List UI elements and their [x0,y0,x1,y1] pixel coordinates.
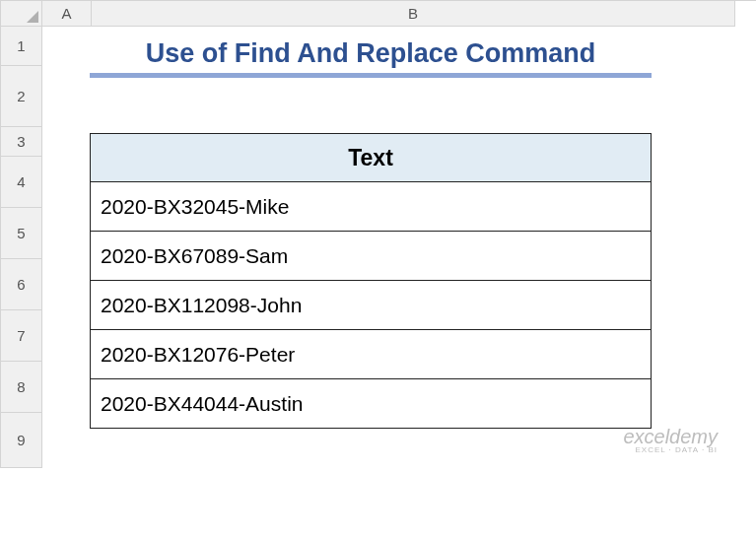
title-cell[interactable]: Use of Find And Replace Command [90,34,652,78]
row-header-4[interactable]: 4 [1,157,42,208]
page-title: Use of Find And Replace Command [146,38,596,69]
column-header-A[interactable]: A [42,1,92,27]
row-header-3[interactable]: 3 [1,127,42,157]
watermark-main: exceldemy [623,427,718,446]
table-row[interactable]: 2020-BX67089-Sam [90,232,652,281]
table-row[interactable]: 2020-BX112098-John [90,281,652,330]
row-header-5[interactable]: 5 [1,208,42,259]
table-row[interactable]: 2020-BX44044-Austin [90,379,652,429]
row-header-6[interactable]: 6 [1,259,42,310]
column-header-B[interactable]: B [92,1,735,27]
row-header-7[interactable]: 7 [1,310,42,362]
row-header-9[interactable]: 9 [1,413,42,468]
table-row[interactable]: 2020-BX12076-Peter [90,330,652,379]
worksheet-content[interactable]: Use of Find And Replace Command Text 202… [42,27,735,468]
cell-text: 2020-BX12076-Peter [101,343,295,367]
row-header-1[interactable]: 1 [1,27,42,66]
cell-text: 2020-BX67089-Sam [101,244,288,268]
cell-text: 2020-BX112098-John [101,294,302,317]
table-row[interactable]: 2020-BX32045-Mike [90,182,652,232]
cell-text: 2020-BX44044-Austin [101,392,303,416]
table-header[interactable]: Text [90,133,652,182]
watermark: exceldemy EXCEL · DATA · BI [623,427,718,454]
cell-text: 2020-BX32045-Mike [101,195,289,219]
row-header-2[interactable]: 2 [1,66,42,127]
watermark-sub: EXCEL · DATA · BI [623,446,718,454]
row-header-8[interactable]: 8 [1,362,42,413]
spreadsheet-grid: A B 1 Use of Find And Replace Command Te… [0,0,756,468]
table-header-label: Text [348,145,393,171]
select-all-corner[interactable] [1,1,42,27]
data-table: Text 2020-BX32045-Mike 2020-BX67089-Sam … [90,133,652,429]
